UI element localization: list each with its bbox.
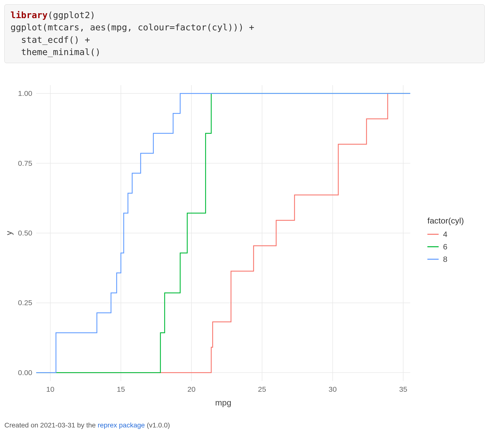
y-tick-label: 0.50 bbox=[18, 229, 32, 237]
legend-item-6: 6 bbox=[427, 242, 464, 251]
y-tick-label: 1.00 bbox=[18, 89, 32, 97]
legend-swatch bbox=[427, 234, 439, 235]
legend-item-8: 8 bbox=[427, 255, 464, 264]
x-tick-label: 25 bbox=[258, 385, 266, 393]
legend-label: 6 bbox=[443, 242, 447, 251]
x-tick-label: 35 bbox=[399, 385, 407, 393]
legend-label: 8 bbox=[443, 255, 447, 264]
ecdf-chart: 0.000.250.500.751.00101520253035mpgy bbox=[4, 70, 420, 413]
legend-swatch bbox=[427, 246, 439, 247]
caption-prefix: Created on 2021-03-31 by the bbox=[4, 421, 98, 429]
reprex-caption: Created on 2021-03-31 by the reprex pack… bbox=[4, 421, 485, 429]
x-tick-label: 30 bbox=[329, 385, 337, 393]
legend-title: factor(cyl) bbox=[427, 216, 464, 225]
x-tick-label: 20 bbox=[187, 385, 195, 393]
code-l3: stat_ecdf() + bbox=[11, 35, 90, 45]
x-tick-label: 15 bbox=[117, 385, 125, 393]
code-l2: ggplot(mtcars, aes(mpg, colour=factor(cy… bbox=[11, 22, 254, 32]
caption-suffix: (v1.0.0) bbox=[145, 421, 170, 429]
x-axis-label: mpg bbox=[215, 398, 231, 407]
y-tick-label: 0.75 bbox=[18, 159, 32, 167]
y-tick-label: 0.00 bbox=[18, 368, 32, 376]
legend-swatch bbox=[427, 259, 439, 260]
reprex-link[interactable]: reprex package bbox=[98, 421, 145, 429]
code-block: library(ggplot2) ggplot(mtcars, aes(mpg,… bbox=[4, 4, 485, 63]
chart-legend: factor(cyl) 468 bbox=[427, 216, 464, 267]
code-l1-rest: (ggplot2) bbox=[48, 10, 95, 20]
x-tick-label: 10 bbox=[46, 385, 54, 393]
code-keyword: library bbox=[11, 10, 48, 20]
legend-label: 4 bbox=[443, 230, 447, 239]
legend-item-4: 4 bbox=[427, 230, 464, 239]
code-l4: theme_minimal() bbox=[11, 47, 100, 57]
y-axis-label: y bbox=[4, 231, 13, 235]
y-tick-label: 0.25 bbox=[18, 299, 32, 307]
